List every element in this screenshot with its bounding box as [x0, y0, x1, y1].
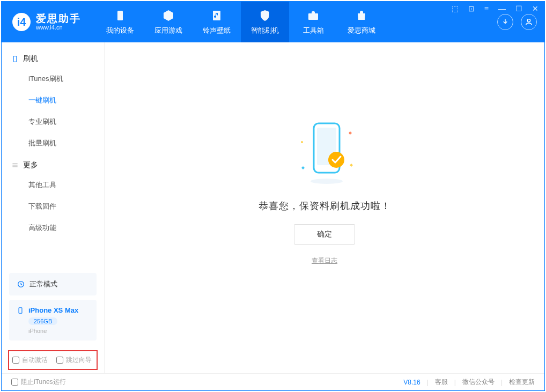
svg-point-15: [311, 179, 343, 184]
sidebar-item-advanced[interactable]: 高级功能: [2, 217, 104, 239]
sidebar-section-flash: 刷机: [2, 48, 104, 68]
tab-label: 智能刷机: [251, 26, 279, 35]
tab-label: 爱思商城: [348, 26, 375, 35]
checkbox-auto-activate[interactable]: 自动激活: [12, 356, 48, 365]
sidebar-item-itunes-flash[interactable]: iTunes刷机: [2, 68, 104, 90]
device-box[interactable]: iPhone XS Max 256GB iPhone: [9, 300, 97, 341]
svg-rect-0: [117, 11, 123, 20]
svg-point-10: [301, 141, 303, 143]
tab-smart-flash[interactable]: 智能刷机: [241, 2, 289, 42]
app-title: 爱思助手: [36, 13, 81, 25]
mode-box[interactable]: 正常模式: [9, 273, 97, 295]
highlighted-checkbox-row: 自动激活 跳过向导: [8, 350, 98, 370]
tab-label: 铃声壁纸: [203, 26, 231, 35]
sidebar-section-more: 更多: [2, 154, 104, 174]
svg-point-3: [527, 19, 530, 22]
sidebar-item-pro-flash[interactable]: 专业刷机: [2, 111, 104, 132]
tab-store[interactable]: 爱思商城: [337, 2, 386, 42]
svg-point-11: [349, 132, 352, 135]
logo: i4 爱思助手 www.i4.cn: [12, 13, 81, 31]
tab-label: 应用游戏: [154, 26, 182, 35]
svg-rect-9: [19, 307, 22, 313]
device-storage-badge: 256GB: [28, 317, 57, 325]
sidebar: 刷机 iTunes刷机 一键刷机 专业刷机 批量刷机 更多 其他工具 下载固件 …: [2, 42, 105, 373]
success-illustration: [287, 118, 362, 188]
statusbar: 阻止iTunes运行 V8.16 | 客服 | 微信公众号 | 检查更新: [2, 373, 544, 390]
checkbox-block-itunes[interactable]: 阻止iTunes运行: [11, 378, 66, 387]
download-button[interactable]: [497, 14, 513, 30]
link-support[interactable]: 客服: [435, 378, 448, 387]
device-icon: [114, 9, 127, 22]
menu-icon[interactable]: ≡: [482, 3, 491, 14]
close-icon[interactable]: ✕: [530, 3, 541, 14]
svg-rect-1: [213, 11, 220, 20]
svg-point-14: [328, 152, 344, 168]
logo-icon: i4: [12, 13, 31, 31]
user-button[interactable]: [521, 14, 537, 30]
window-controls: ⬚ ⊡ ≡ — ☐ ✕: [449, 3, 541, 14]
mode-label: 正常模式: [29, 279, 57, 289]
sidebar-item-batch-flash[interactable]: 批量刷机: [2, 132, 104, 154]
device-type-label: iPhone: [28, 328, 89, 334]
bag-icon: [355, 9, 368, 22]
briefcase-icon: [307, 9, 320, 22]
music-icon: [210, 9, 223, 22]
tab-label: 我的设备: [106, 26, 134, 35]
sidebar-item-oneclick-flash[interactable]: 一键刷机: [2, 90, 104, 111]
app-subtitle: www.i4.cn: [36, 24, 81, 31]
download-icon: [501, 18, 510, 26]
view-log-link[interactable]: 查看日志: [312, 256, 337, 265]
success-message: 恭喜您，保资料刷机成功啦！: [259, 199, 391, 212]
lock-icon[interactable]: ⊡: [466, 3, 477, 14]
main-content: 恭喜您，保资料刷机成功啦！ 确定 查看日志: [105, 42, 544, 373]
minimize-icon[interactable]: —: [496, 3, 508, 14]
device-name-label: iPhone XS Max: [28, 306, 78, 314]
phone-small-icon: [17, 307, 24, 314]
cube-icon: [162, 9, 175, 22]
maximize-icon[interactable]: ☐: [513, 3, 525, 14]
tab-label: 工具箱: [303, 26, 324, 35]
shirt-icon[interactable]: ⬚: [449, 3, 461, 14]
link-wechat[interactable]: 微信公众号: [462, 378, 495, 387]
tab-apps-games[interactable]: 应用游戏: [144, 2, 193, 42]
nav-tabs: 我的设备 应用游戏 铃声壁纸 智能刷机 工具箱 爱思商城: [96, 2, 386, 42]
confirm-button[interactable]: 确定: [294, 224, 355, 245]
version-label: V8.16: [403, 379, 420, 386]
tab-my-device[interactable]: 我的设备: [96, 2, 144, 42]
tab-ringtones[interactable]: 铃声壁纸: [193, 2, 241, 42]
tab-toolbox[interactable]: 工具箱: [289, 2, 337, 42]
svg-rect-4: [13, 56, 17, 62]
checkbox-skip-guide[interactable]: 跳过向导: [56, 356, 92, 365]
shield-icon: [259, 9, 271, 22]
list-icon: [11, 161, 19, 169]
sidebar-item-download-firmware[interactable]: 下载固件: [2, 196, 104, 217]
phone-icon: [11, 55, 19, 63]
user-icon: [525, 18, 533, 26]
svg-rect-2: [308, 13, 318, 20]
link-update[interactable]: 检查更新: [509, 378, 535, 387]
sidebar-item-other-tools[interactable]: 其他工具: [2, 174, 104, 196]
refresh-icon: [17, 280, 25, 289]
